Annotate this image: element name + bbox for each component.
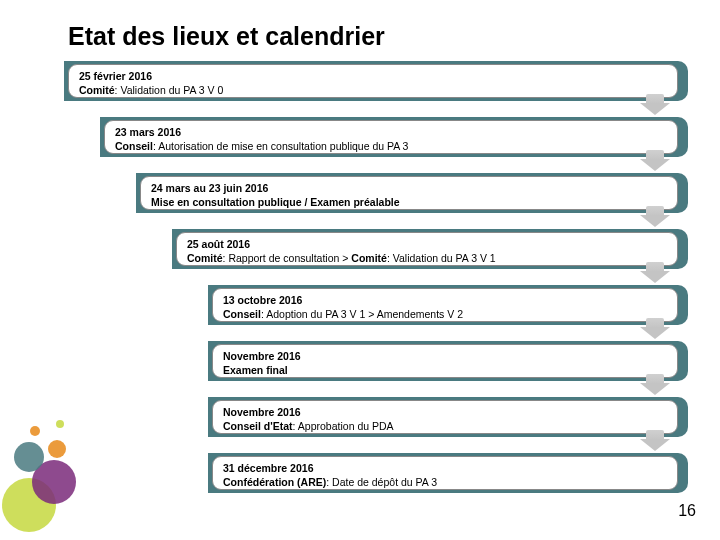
step-box: 23 mars 2016Conseil: Autorisation de mis… <box>104 120 678 154</box>
step-date: 24 mars au 23 juin 2016 <box>151 181 667 195</box>
step-row: 24 mars au 23 juin 2016Mise en consultat… <box>68 176 688 210</box>
page-number: 16 <box>678 502 696 520</box>
step-body: Confédération (ARE): Date de dépôt du PA… <box>223 476 437 488</box>
step-box: 25 février 2016Comité: Validation du PA … <box>68 64 678 98</box>
step-body: Comité: Validation du PA 3 V 0 <box>79 84 223 96</box>
step-body: Conseil d'Etat: Approbation du PDA <box>223 420 394 432</box>
step-box: Novembre 2016Examen final <box>212 344 678 378</box>
step-box: 31 décembre 2016Confédération (ARE): Dat… <box>212 456 678 490</box>
step-body: Conseil: Adoption du PA 3 V 1 > Amendeme… <box>223 308 463 320</box>
step-date: 13 octobre 2016 <box>223 293 667 307</box>
step-date: Novembre 2016 <box>223 349 667 363</box>
step-row: 13 octobre 2016Conseil: Adoption du PA 3… <box>68 288 688 322</box>
step-row: 25 août 2016Comité: Rapport de consultat… <box>68 232 688 266</box>
step-date: 23 mars 2016 <box>115 125 667 139</box>
step-row: Novembre 2016Examen final <box>68 344 688 378</box>
step-row: 31 décembre 2016Confédération (ARE): Dat… <box>68 456 688 490</box>
step-body: Comité: Rapport de consultation > Comité… <box>187 252 496 264</box>
step-box: 13 octobre 2016Conseil: Adoption du PA 3… <box>212 288 678 322</box>
step-row: 25 février 2016Comité: Validation du PA … <box>68 64 688 98</box>
step-date: 31 décembre 2016 <box>223 461 667 475</box>
step-date: Novembre 2016 <box>223 405 667 419</box>
step-box: Novembre 2016Conseil d'Etat: Approbation… <box>212 400 678 434</box>
step-date: 25 août 2016 <box>187 237 667 251</box>
step-row: 23 mars 2016Conseil: Autorisation de mis… <box>68 120 688 154</box>
page-title: Etat des lieux et calendrier <box>68 22 385 51</box>
step-body: Examen final <box>223 364 288 376</box>
step-box: 25 août 2016Comité: Rapport de consultat… <box>176 232 678 266</box>
step-body: Conseil: Autorisation de mise en consult… <box>115 140 408 152</box>
step-box: 24 mars au 23 juin 2016Mise en consultat… <box>140 176 678 210</box>
step-date: 25 février 2016 <box>79 69 667 83</box>
step-row: Novembre 2016Conseil d'Etat: Approbation… <box>68 400 688 434</box>
step-body: Mise en consultation publique / Examen p… <box>151 196 400 208</box>
